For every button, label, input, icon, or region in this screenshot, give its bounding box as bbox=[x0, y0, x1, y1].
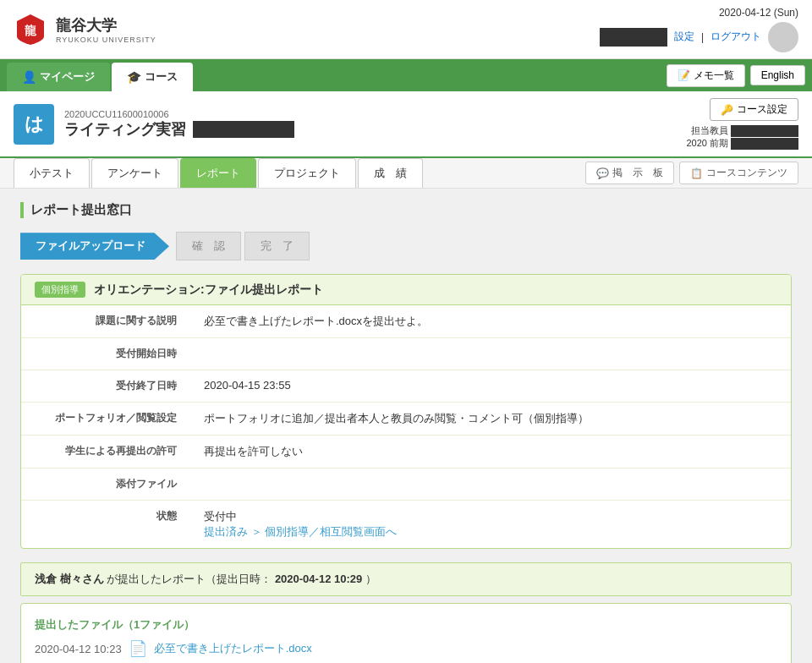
main-content: レポート提出窓口 ファイルアップロード 確 認 完 了 個別指導 オリエンテーシ… bbox=[0, 189, 812, 663]
field-value-description: 必至で書き上げたレポート.docxを提出せよ。 bbox=[190, 305, 791, 338]
user-name-block bbox=[600, 28, 667, 47]
english-label: English bbox=[761, 69, 794, 81]
course-settings-button[interactable]: 🔑 コース設定 bbox=[710, 98, 798, 121]
field-label-status: 状態 bbox=[21, 501, 190, 549]
field-value-start bbox=[190, 338, 791, 370]
step-upload-label: ファイルアップロード bbox=[36, 239, 145, 252]
bulletin-label: 掲 示 板 bbox=[612, 166, 663, 180]
english-button[interactable]: English bbox=[750, 65, 805, 85]
subnav-tab-project[interactable]: プロジェクト bbox=[258, 158, 356, 188]
subnav-tab-grades[interactable]: 成 績 bbox=[358, 158, 423, 188]
course-subnav: 小テスト アンケート レポート プロジェクト 成 績 💬 掲 示 板 📋 コース… bbox=[0, 158, 812, 189]
separator: | bbox=[701, 31, 704, 43]
nav-tab-course[interactable]: 🎓 コース bbox=[112, 63, 193, 91]
memo-label: メモ一覧 bbox=[694, 68, 734, 83]
submitted-link[interactable]: 提出済み ＞ 個別指導／相互閲覧画面へ bbox=[204, 525, 397, 538]
teacher-info: 担当教員 2020 前期 bbox=[686, 124, 798, 150]
nav-bar: 👤 マイページ 🎓 コース 📝 メモ一覧 English bbox=[0, 59, 812, 91]
table-row: ポートフォリオ／閲覧設定 ポートフォリオに追加／提出者本人と教員のみ閲覧・コメン… bbox=[21, 403, 791, 436]
step-bar: ファイルアップロード 確 認 完 了 bbox=[20, 232, 792, 260]
mypage-icon: 👤 bbox=[22, 70, 36, 84]
step-complete: 完 了 bbox=[244, 232, 310, 260]
subnav-tab-quiz[interactable]: 小テスト bbox=[14, 158, 90, 188]
course-info: 2020UCCU11600010006 ライティング実習 bbox=[64, 109, 676, 140]
field-label-portfolio: ポートフォリオ／閲覧設定 bbox=[21, 403, 190, 436]
table-row: 受付開始日時 bbox=[21, 338, 791, 370]
nav-tab-course-label: コース bbox=[145, 69, 178, 85]
content-button[interactable]: 📋 コースコンテンツ bbox=[679, 162, 798, 184]
subnav-project-label: プロジェクト bbox=[274, 167, 340, 179]
field-value-portfolio: ポートフォリオに追加／提出者本人と教員のみ閲覧・コメント可（個別指導） bbox=[190, 403, 791, 436]
settings-link[interactable]: 設定 bbox=[674, 30, 694, 44]
content-icon: 📋 bbox=[690, 167, 703, 179]
field-value-end: 2020-04-15 23:55 bbox=[190, 370, 791, 403]
file-row: 2020-04-12 10:23 📄 必至で書き上げたレポート.docx bbox=[35, 639, 777, 658]
report-table: 課題に関する説明 必至で書き上げたレポート.docxを提出せよ。 受付開始日時 … bbox=[21, 305, 791, 548]
table-row: 添付ファイル bbox=[21, 468, 791, 501]
nav-tab-mypage-label: マイページ bbox=[40, 69, 95, 85]
course-icon-char: は bbox=[25, 112, 44, 137]
field-value-resubmit: 再提出を許可しない bbox=[190, 436, 791, 468]
course-name-text: ライティング実習 bbox=[64, 119, 186, 140]
course-name: ライティング実習 bbox=[64, 119, 676, 140]
subnav-survey-label: アンケート bbox=[107, 167, 162, 179]
course-code: 2020UCCU11600010006 bbox=[64, 109, 676, 119]
logout-link[interactable]: ログアウト bbox=[710, 30, 761, 44]
bulletin-button[interactable]: 💬 掲 示 板 bbox=[585, 162, 674, 184]
status-accepting: 受付中 bbox=[204, 509, 777, 524]
subnav-right: 💬 掲 示 板 📋 コースコンテンツ bbox=[585, 158, 798, 188]
file-box: 提出したファイル（1ファイル） 2020-04-12 10:23 📄 必至で書き… bbox=[20, 603, 792, 663]
step-complete-label: 完 了 bbox=[261, 239, 294, 252]
table-row: 受付終了日時 2020-04-15 23:55 bbox=[21, 370, 791, 403]
nav-tab-mypage[interactable]: 👤 マイページ bbox=[7, 63, 110, 91]
field-label-attachment: 添付ファイル bbox=[21, 468, 190, 501]
header-date: 2020-04-12 (Sun) bbox=[719, 7, 798, 19]
logo-text: 龍谷大学 RYUKOKU UNIVERSITY bbox=[56, 15, 156, 44]
subnav-grades-label: 成 績 bbox=[374, 167, 407, 179]
field-label-start: 受付開始日時 bbox=[21, 338, 190, 370]
individual-badge: 個別指導 bbox=[35, 282, 85, 298]
table-row: 状態 受付中 提出済み ＞ 個別指導／相互閲覧画面へ bbox=[21, 501, 791, 549]
memo-button[interactable]: 📝 メモ一覧 bbox=[667, 64, 745, 87]
file-link[interactable]: 必至で書き上げたレポート.docx bbox=[154, 641, 312, 656]
header-links: 設定 | ログアウト bbox=[600, 22, 798, 52]
subnav-quiz-label: 小テスト bbox=[30, 167, 74, 179]
content-label: コースコンテンツ bbox=[706, 166, 787, 180]
report-box: 個別指導 オリエンテーション:ファイル提出レポート 課題に関する説明 必至で書き… bbox=[20, 274, 792, 549]
course-name-redacted bbox=[193, 121, 294, 138]
university-logo-icon: 龍 bbox=[14, 13, 47, 47]
step-confirm: 確 認 bbox=[176, 232, 241, 260]
step-upload[interactable]: ファイルアップロード bbox=[20, 233, 169, 260]
university-sub: RYUKOKU UNIVERSITY bbox=[56, 36, 156, 44]
page-title: レポート提出窓口 bbox=[20, 202, 792, 218]
course-icon: 🎓 bbox=[127, 70, 141, 84]
report-box-header: 個別指導 オリエンテーション:ファイル提出レポート bbox=[21, 275, 791, 305]
key-icon: 🔑 bbox=[721, 104, 733, 116]
course-icon-block: は bbox=[14, 104, 54, 145]
teacher-label: 担当教員 bbox=[691, 125, 728, 135]
header-right: 2020-04-12 (Sun) 設定 | ログアウト bbox=[600, 7, 798, 52]
field-label-end: 受付終了日時 bbox=[21, 370, 190, 403]
field-label-resubmit: 学生による再提出の許可 bbox=[21, 436, 190, 468]
submission-action: が提出したレポート（提出日時： bbox=[107, 573, 272, 585]
subnav-tab-survey[interactable]: アンケート bbox=[91, 158, 178, 188]
files-count: 1ファイル bbox=[134, 618, 184, 631]
subnav-tab-report[interactable]: レポート bbox=[180, 158, 256, 188]
table-row: 学生による再提出の許可 再提出を許可しない bbox=[21, 436, 791, 468]
year-value-redacted bbox=[731, 138, 798, 150]
field-label-description: 課題に関する説明 bbox=[21, 305, 190, 338]
table-row: 課題に関する説明 必至で書き上げたレポート.docxを提出せよ。 bbox=[21, 305, 791, 338]
submission-info: 浅倉 樹々さん が提出したレポート（提出日時： 2020-04-12 10:29… bbox=[20, 562, 792, 596]
memo-icon: 📝 bbox=[678, 69, 690, 81]
file-date: 2020-04-12 10:23 bbox=[35, 643, 122, 655]
teacher-name-redacted bbox=[731, 125, 798, 137]
submission-date: 2020-04-12 10:29 bbox=[275, 573, 362, 585]
year-label: 2020 前期 bbox=[686, 138, 728, 148]
subnav-report-label: レポート bbox=[196, 167, 240, 179]
bulletin-icon: 💬 bbox=[596, 167, 609, 179]
nav-right: 📝 メモ一覧 English bbox=[667, 59, 805, 91]
header: 龍 龍谷大学 RYUKOKU UNIVERSITY 2020-04-12 (Su… bbox=[0, 0, 812, 59]
course-header: は 2020UCCU11600010006 ライティング実習 🔑 コース設定 担… bbox=[0, 91, 812, 158]
submission-action-end: ） bbox=[365, 573, 376, 585]
svg-text:龍: 龍 bbox=[25, 24, 37, 37]
